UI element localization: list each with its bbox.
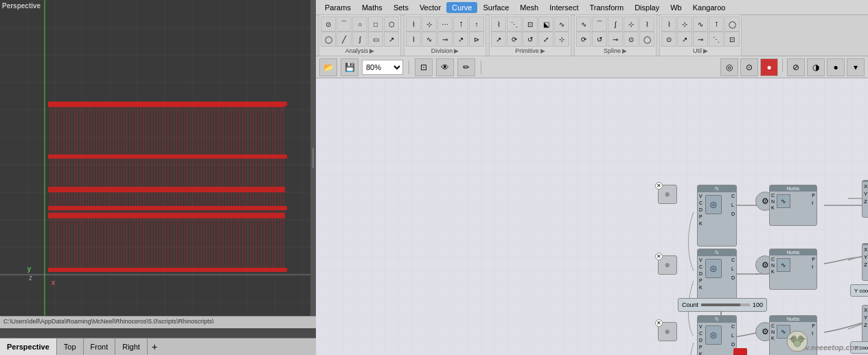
tool-spline1-icon[interactable]: ∿: [576, 16, 591, 32]
save-file-button[interactable]: 💾: [341, 58, 358, 76]
close-icon-2[interactable]: ✕: [655, 253, 663, 260]
menu-vector[interactable]: Vector: [414, 2, 446, 13]
tool-div3-icon[interactable]: ⋯: [437, 16, 453, 32]
tool-util2-icon[interactable]: ⊹: [677, 16, 692, 32]
tool-ellipse-icon[interactable]: ○: [352, 16, 367, 32]
menu-curve[interactable]: Curve: [446, 2, 477, 13]
tool-prim4-icon[interactable]: ⬕: [538, 16, 553, 32]
viewport-resize-handle[interactable]: [310, 0, 316, 316]
tool-circle-icon[interactable]: ⊙: [321, 16, 336, 32]
tool-div2-icon[interactable]: ⊹: [422, 16, 437, 32]
grasshopper-canvas[interactable]: ✕ ⊗ ℕ V C D P K ⊛: [316, 78, 868, 355]
vcdlpk-node-1[interactable]: ℕ V C D P K ⊛ C L: [697, 185, 737, 247]
tool-prim6-icon[interactable]: ↗: [491, 32, 506, 47]
menu-params[interactable]: Params: [319, 2, 356, 13]
analysis-arrow-icon[interactable]: ▶: [369, 47, 374, 54]
tool-util4-icon[interactable]: ⊺: [709, 16, 724, 32]
tool-rect2-icon[interactable]: ▭: [368, 32, 383, 47]
preview-render-button[interactable]: ●: [827, 58, 845, 76]
tool-div6-icon[interactable]: ⌇: [406, 32, 421, 47]
tool-prim9-icon[interactable]: ⤢: [538, 32, 553, 47]
tool-spline7-icon[interactable]: ↺: [592, 32, 607, 47]
tab-perspective[interactable]: Perspective: [0, 339, 57, 355]
anchor-node-3[interactable]: ✕ ⊗: [658, 322, 678, 343]
tool-util8-icon[interactable]: ⊸: [693, 32, 708, 47]
nurbs-node-1[interactable]: Nurbs C N K ∿ P t: [769, 185, 817, 226]
tool-div10-icon[interactable]: ⊳: [469, 32, 484, 47]
tool-div8-icon[interactable]: ⊸: [437, 32, 453, 47]
tool-spline9-icon[interactable]: ⊙: [624, 32, 639, 47]
tool-util1-icon[interactable]: ⌇: [661, 16, 676, 32]
tool-util9-icon[interactable]: ⋱: [709, 32, 724, 47]
menu-mesh[interactable]: Mesh: [514, 2, 544, 13]
close-icon[interactable]: ✕: [655, 182, 663, 190]
division-arrow-icon[interactable]: ▶: [454, 47, 459, 54]
tool-spline4-icon[interactable]: ⊹: [624, 16, 639, 32]
tool-prim8-icon[interactable]: ↺: [523, 32, 538, 47]
nurbs-node-2[interactable]: Nurbs C N K ∿ P t: [769, 249, 817, 290]
anchor-node-1[interactable]: ✕ ⊗: [658, 185, 678, 205]
menu-wb[interactable]: Wb: [665, 2, 687, 13]
tool-spline5-icon[interactable]: ⌇: [639, 16, 654, 32]
tool-prim1-icon[interactable]: ⌇: [491, 16, 506, 32]
tool-div4-icon[interactable]: ⊺: [453, 16, 468, 32]
tab-right[interactable]: Right: [115, 339, 148, 355]
view-toggle-button[interactable]: 👁: [436, 58, 454, 76]
tab-front[interactable]: Front: [84, 339, 116, 355]
util-arrow-icon[interactable]: ▶: [703, 47, 708, 54]
tool-prim7-icon[interactable]: ⟳: [507, 32, 522, 47]
tool-ext-icon[interactable]: ↗: [384, 32, 399, 47]
tool-spline10-icon[interactable]: ◯: [639, 32, 654, 47]
view-shaded-button[interactable]: ◎: [720, 58, 738, 76]
tool-line-icon[interactable]: ╱: [336, 32, 352, 47]
tool-div9-icon[interactable]: ↗: [453, 32, 468, 47]
sketch-button[interactable]: ✏: [457, 58, 475, 76]
spline-arrow-icon[interactable]: ▶: [622, 47, 627, 54]
tool-util7-icon[interactable]: ↗: [677, 32, 692, 47]
tool-crv-icon[interactable]: ∫: [352, 32, 367, 47]
tool-util5-icon[interactable]: ◯: [724, 16, 740, 32]
construct-pt-node-3[interactable]: XYZ ⊕ Pt: [862, 305, 868, 343]
construct-pt-node-1[interactable]: X Y Z ⊕ P t: [862, 180, 868, 218]
view-wire-button[interactable]: ⊙: [740, 58, 758, 76]
menu-kangaroo[interactable]: Kangaroo: [687, 2, 731, 13]
tab-top[interactable]: Top: [57, 339, 84, 355]
view-red-button[interactable]: ●: [760, 58, 778, 76]
menu-maths[interactable]: Maths: [356, 2, 388, 13]
tool-spline3-icon[interactable]: ∫: [608, 16, 623, 32]
tool-arc-icon[interactable]: ⌒: [336, 16, 352, 32]
open-file-button[interactable]: 📂: [319, 58, 337, 76]
menu-sets[interactable]: Sets: [388, 2, 414, 13]
tool-prim5-icon[interactable]: ∿: [554, 16, 569, 32]
tool-prim10-icon[interactable]: ⊹: [554, 32, 569, 47]
tool-circle2-icon[interactable]: ◯: [321, 32, 336, 47]
tool-spline2-icon[interactable]: ⌒: [592, 16, 607, 32]
anchor-node-2[interactable]: ✕ ⊗: [658, 255, 678, 276]
view-more-button[interactable]: ▾: [847, 58, 865, 76]
tool-prim3-icon[interactable]: ⊡: [523, 16, 538, 32]
zoom-select[interactable]: 80% 50% 100% 150%: [362, 60, 403, 75]
menu-surface[interactable]: Surface: [477, 2, 514, 13]
preview-off-button[interactable]: ⊘: [787, 58, 805, 76]
slider-track-count[interactable]: [701, 304, 750, 306]
tool-div1-icon[interactable]: ⌇: [406, 16, 421, 32]
tool-div7-icon[interactable]: ∿: [422, 32, 437, 47]
tool-div5-icon[interactable]: ↑: [469, 16, 484, 32]
count-slider[interactable]: Count 100: [678, 298, 767, 312]
tool-util6-icon[interactable]: ⊙: [661, 32, 676, 47]
tool-rect-icon[interactable]: □: [368, 16, 383, 32]
primitive-arrow-icon[interactable]: ▶: [540, 47, 545, 54]
menu-display[interactable]: Display: [629, 2, 665, 13]
y-coord-slider-1[interactable]: Y coordinate 20 ◉: [850, 284, 868, 297]
tool-util10-icon[interactable]: ⊡: [724, 32, 740, 47]
zoom-fit-button[interactable]: ⊡: [415, 58, 433, 76]
construct-pt-node-2[interactable]: X Y Z ⊕ P t: [862, 243, 868, 281]
menu-transform[interactable]: Transform: [584, 2, 629, 13]
menu-intersect[interactable]: Intersect: [544, 2, 584, 13]
tool-spline6-icon[interactable]: ⟳: [576, 32, 591, 47]
tool-util3-icon[interactable]: ∿: [693, 16, 708, 32]
tool-prim2-icon[interactable]: ⋱: [507, 16, 522, 32]
add-viewport-button[interactable]: +: [148, 339, 161, 354]
preview-mat-button[interactable]: ◑: [807, 58, 825, 76]
tool-spline8-icon[interactable]: ⊸: [608, 32, 623, 47]
